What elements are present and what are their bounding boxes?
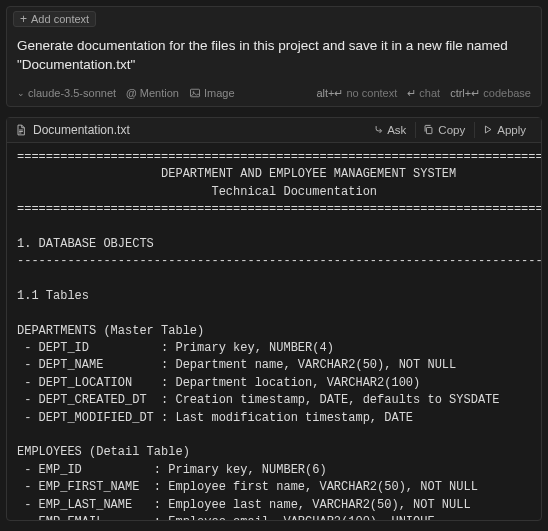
play-icon: [482, 124, 493, 135]
file-icon: [15, 124, 27, 136]
at-icon: @: [126, 87, 137, 99]
context-row: + Add context: [7, 7, 541, 31]
image-icon: [189, 87, 201, 99]
file-result-panel: Documentation.txt Ask Copy Apply: [6, 117, 542, 521]
plus-icon: +: [20, 13, 27, 25]
image-button[interactable]: Image: [189, 87, 235, 99]
hint-codebase: ctrl+↵ codebase: [450, 87, 531, 100]
chevron-down-icon: ⌄: [17, 88, 25, 98]
mention-button[interactable]: @ Mention: [126, 87, 179, 99]
prompt-textarea[interactable]: Generate documentation for the files in …: [7, 31, 541, 83]
copy-button[interactable]: Copy: [415, 122, 472, 138]
file-content: ========================================…: [17, 149, 531, 520]
input-toolbar: ⌄ claude-3.5-sonnet @ Mention Image alt+…: [7, 83, 541, 106]
apply-button[interactable]: Apply: [474, 122, 533, 138]
copy-icon: [423, 124, 434, 135]
hint-chat: ↵ chat: [407, 87, 440, 100]
mention-label: Mention: [140, 87, 179, 99]
model-name: claude-3.5-sonnet: [28, 87, 116, 99]
arrow-return-icon: [372, 124, 383, 135]
file-name: Documentation.txt: [33, 123, 130, 137]
file-actions: Ask Copy Apply: [365, 122, 533, 138]
file-body[interactable]: ========================================…: [7, 143, 541, 520]
svg-rect-2: [427, 128, 433, 134]
add-context-button[interactable]: + Add context: [13, 11, 96, 27]
ask-button[interactable]: Ask: [365, 122, 413, 138]
model-selector[interactable]: ⌄ claude-3.5-sonnet: [17, 87, 116, 99]
image-label: Image: [204, 87, 235, 99]
chat-input-panel: + Add context Generate documentation for…: [6, 6, 542, 107]
hint-no-context: alt+↵ no context: [316, 87, 397, 100]
add-context-label: Add context: [31, 13, 89, 25]
file-header: Documentation.txt Ask Copy Apply: [7, 118, 541, 143]
